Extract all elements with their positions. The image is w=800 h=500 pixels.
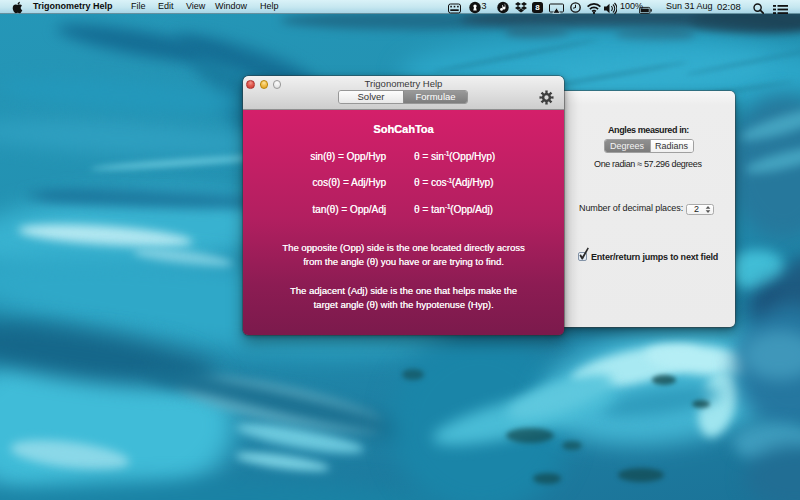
svg-text:8: 8: [535, 3, 540, 12]
